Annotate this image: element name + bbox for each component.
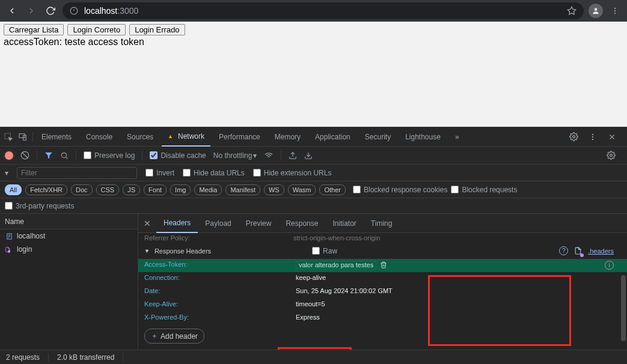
tab-security[interactable]: Security — [359, 127, 397, 147]
tab-lighthouse[interactable]: Lighthouse — [399, 127, 447, 147]
type-fetchxhr[interactable]: Fetch/XHR — [25, 184, 67, 195]
tab-network[interactable]: Network — [162, 127, 210, 147]
svg-point-7 — [614, 13, 616, 14]
document-icon — [5, 232, 13, 240]
device-toggle-icon[interactable] — [18, 132, 30, 142]
headers-file-link[interactable]: .headers — [588, 247, 614, 255]
network-status-bar: 2 requests 2.0 kB transferred — [0, 350, 627, 364]
name-column-header[interactable]: Name — [0, 214, 138, 229]
invert-checkbox[interactable]: Invert — [145, 169, 174, 177]
header-name: X-Powered-By: — [144, 314, 293, 321]
upload-har-icon[interactable] — [289, 151, 297, 160]
devtools-close-icon[interactable] — [608, 133, 620, 141]
hide-extension-urls-checkbox[interactable]: Hide extension URLs — [253, 169, 332, 177]
url-host: localhost — [84, 6, 117, 16]
filter-input[interactable] — [17, 167, 137, 179]
header-value-editable[interactable]: valor alterado para testes — [296, 261, 376, 269]
header-row-access-token: Access-Token: valor alterado para testes… — [138, 259, 627, 272]
type-css[interactable]: CSS — [96, 184, 120, 195]
network-settings-icon[interactable] — [607, 151, 619, 160]
ghost-row: Referrer Policy: strict-origin-when-cros… — [138, 233, 627, 243]
third-party-checkbox[interactable]: 3rd-party requests — [5, 202, 74, 210]
browser-menu-icon[interactable] — [608, 4, 622, 18]
help-icon[interactable]: ? — [559, 246, 568, 255]
header-value: timeout=5 — [296, 300, 325, 308]
network-toolbar: Preserve log Disable cache No throttling… — [0, 147, 627, 165]
add-header-button[interactable]: ＋ Add header — [144, 329, 204, 344]
preserve-log-checkbox[interactable]: Preserve log — [84, 151, 135, 160]
page-button-login-errado[interactable]: Login Errado — [129, 24, 185, 35]
svg-marker-19 — [45, 152, 52, 159]
search-icon[interactable] — [60, 151, 69, 160]
svg-point-12 — [592, 133, 593, 135]
svg-point-13 — [592, 136, 593, 137]
type-media[interactable]: Media — [194, 184, 222, 195]
override-file-icon[interactable] — [574, 246, 582, 255]
detail-close-button[interactable]: ✕ — [138, 219, 156, 228]
request-row-login[interactable]: login — [0, 243, 138, 256]
clear-icon[interactable] — [20, 151, 29, 160]
download-har-icon[interactable] — [304, 151, 313, 160]
disable-cache-checkbox[interactable]: Disable cache — [150, 151, 206, 160]
devtools-menu-icon[interactable] — [589, 133, 601, 141]
hide-data-urls-checkbox[interactable]: Hide data URLs — [183, 169, 245, 177]
section-title: Response Headers — [154, 247, 211, 255]
throttling-select[interactable]: No throttling ▾ — [213, 151, 257, 160]
blocked-cookies-checkbox[interactable]: Blocked response cookies — [353, 186, 447, 194]
inspect-icon[interactable] — [4, 132, 16, 142]
tab-performance[interactable]: Performance — [213, 127, 266, 147]
status-transferred: 2.0 kB transferred — [57, 353, 114, 362]
site-info-icon[interactable] — [70, 7, 78, 15]
type-js[interactable]: JS — [123, 184, 140, 195]
forward-button[interactable] — [24, 4, 38, 18]
request-row-localhost[interactable]: localhost — [0, 229, 138, 243]
address-bar[interactable]: localhost:3000 — [63, 2, 584, 19]
header-row-keepalive: Keep-Alive: timeout=5 — [138, 299, 627, 312]
scrollbar[interactable] — [621, 275, 626, 341]
more-tabs-icon[interactable]: » — [449, 127, 465, 147]
tab-elements[interactable]: Elements — [35, 127, 78, 147]
tab-sources[interactable]: Sources — [121, 127, 159, 147]
record-button[interactable] — [5, 151, 13, 160]
type-ws[interactable]: WS — [264, 184, 284, 195]
reload-button[interactable] — [43, 4, 58, 18]
detail-body: Referrer Policy: strict-origin-when-cros… — [138, 233, 627, 350]
back-button[interactable] — [5, 4, 19, 18]
raw-checkbox[interactable]: Raw — [312, 247, 337, 255]
response-headers-section[interactable]: ▼ Response Headers Raw ? .headers — [138, 243, 627, 259]
type-font[interactable]: Font — [144, 184, 167, 195]
resource-type-bar: All Fetch/XHR Doc CSS JS Font Img Media … — [0, 181, 627, 198]
type-doc[interactable]: Doc — [71, 184, 93, 195]
info-icon[interactable]: i — [605, 261, 614, 270]
profile-avatar[interactable] — [589, 4, 603, 18]
request-detail-pane: ✕ Headers Payload Preview Response Initi… — [138, 214, 627, 350]
filter-chevron-icon: ▾ — [5, 169, 8, 177]
type-wasm[interactable]: Wasm — [288, 184, 316, 195]
type-manifest[interactable]: Manifest — [225, 184, 260, 195]
tab-console[interactable]: Console — [80, 127, 118, 147]
page-body-text: accessToken: teste access token — [4, 37, 623, 47]
trash-icon[interactable] — [380, 261, 387, 268]
settings-icon[interactable] — [569, 132, 581, 141]
network-conditions-icon[interactable] — [264, 151, 274, 160]
bookmark-icon[interactable] — [567, 6, 577, 16]
detail-tab-payload[interactable]: Payload — [198, 214, 238, 233]
detail-tab-initiator[interactable]: Initiator — [325, 214, 363, 233]
detail-tab-timing[interactable]: Timing — [364, 214, 400, 233]
type-img[interactable]: Img — [170, 184, 191, 195]
type-all[interactable]: All — [5, 184, 22, 195]
type-other[interactable]: Other — [319, 184, 346, 195]
plus-icon: ＋ — [151, 331, 158, 341]
svg-point-5 — [614, 8, 616, 9]
detail-tab-response[interactable]: Response — [278, 214, 325, 233]
page-button-login-correto[interactable]: Login Correto — [67, 24, 126, 35]
url-port: :3000 — [117, 6, 138, 16]
detail-tab-preview[interactable]: Preview — [239, 214, 279, 233]
svg-point-25 — [610, 154, 613, 157]
page-button-carregar[interactable]: Carregar Lista — [4, 24, 64, 35]
tab-memory[interactable]: Memory — [269, 127, 307, 147]
blocked-requests-checkbox[interactable]: Blocked requests — [451, 186, 517, 194]
tab-application[interactable]: Application — [309, 127, 356, 147]
filter-funnel-icon[interactable] — [44, 151, 53, 160]
detail-tab-headers[interactable]: Headers — [156, 214, 198, 233]
